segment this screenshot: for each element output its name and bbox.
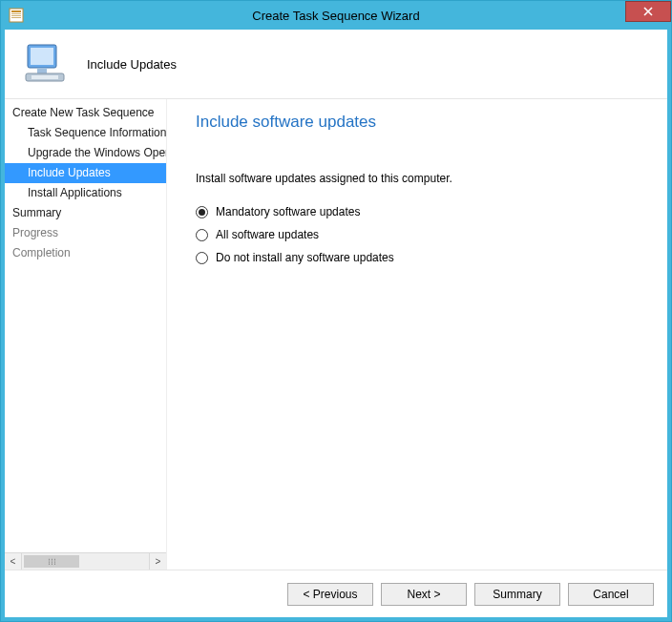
option-label: Do not install any software updates <box>216 251 394 264</box>
page-title: Include software updates <box>196 113 646 132</box>
option-none[interactable]: Do not install any software updates <box>196 246 646 269</box>
scroll-thumb[interactable]: ⁞⁞⁞ <box>24 555 79 568</box>
nav-progress: Progress <box>5 223 166 243</box>
scroll-right-button[interactable]: > <box>149 553 166 570</box>
content-pane: Include software updates Install softwar… <box>167 99 667 570</box>
client-area: Include Updates Create New Task Sequence… <box>1 30 671 621</box>
scroll-track[interactable]: ⁞⁞⁞ <box>22 553 149 570</box>
option-label: All software updates <box>216 228 319 241</box>
svg-rect-3 <box>11 15 21 16</box>
computer-icon <box>22 41 68 87</box>
previous-button[interactable]: < Previous <box>287 583 373 606</box>
window-title: Create Task Sequence Wizard <box>1 9 671 23</box>
svg-rect-4 <box>11 17 21 18</box>
nav-summary[interactable]: Summary <box>5 203 166 223</box>
cancel-button[interactable]: Cancel <box>568 583 654 606</box>
sidebar-hscrollbar[interactable]: < ⁞⁞⁞ > <box>5 552 166 570</box>
option-label: Mandatory software updates <box>216 205 360 218</box>
nav-completion: Completion <box>5 243 166 263</box>
nav-task-sequence-information[interactable]: Task Sequence Information <box>5 123 166 143</box>
nav-create-new-task-sequence[interactable]: Create New Task Sequence <box>5 103 166 123</box>
option-mandatory[interactable]: Mandatory software updates <box>196 200 646 223</box>
next-button[interactable]: Next > <box>381 583 467 606</box>
summary-button[interactable]: Summary <box>474 583 560 606</box>
instruction-text: Install software updates assigned to thi… <box>196 172 646 185</box>
close-icon <box>643 7 653 16</box>
radio-icon <box>196 206 208 218</box>
header-label: Include Updates <box>87 57 177 72</box>
nav-upgrade-windows-os[interactable]: Upgrade the Windows Operating System <box>5 143 166 163</box>
body: Create New Task Sequence Task Sequence I… <box>5 99 667 570</box>
wizard-window: Create Task Sequence Wizard Include Upda… <box>0 0 672 622</box>
svg-rect-9 <box>37 68 47 73</box>
radio-icon <box>196 229 208 241</box>
app-icon <box>9 8 24 23</box>
sidebar: Create New Task Sequence Task Sequence I… <box>5 99 167 570</box>
header-strip: Include Updates <box>5 30 667 98</box>
titlebar[interactable]: Create Task Sequence Wizard <box>1 1 671 30</box>
scroll-left-button[interactable]: < <box>5 553 22 570</box>
radio-icon <box>196 252 208 264</box>
nav-install-applications[interactable]: Install Applications <box>5 183 166 203</box>
svg-rect-1 <box>11 10 21 12</box>
option-all[interactable]: All software updates <box>196 223 646 246</box>
footer: < Previous Next > Summary Cancel <box>5 570 667 617</box>
svg-rect-11 <box>32 75 58 79</box>
svg-rect-2 <box>11 13 21 14</box>
nav-list: Create New Task Sequence Task Sequence I… <box>5 99 166 552</box>
nav-include-updates[interactable]: Include Updates <box>5 163 166 183</box>
svg-rect-8 <box>31 48 53 65</box>
close-button[interactable] <box>625 1 671 22</box>
